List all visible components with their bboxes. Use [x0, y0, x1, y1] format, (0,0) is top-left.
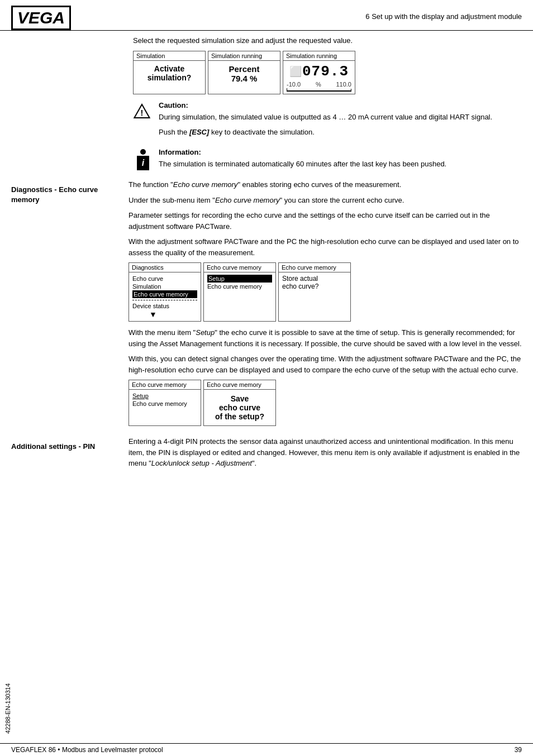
additional-pin-content: Entering a 4-digit PIN protects the sens… [129, 436, 522, 473]
display-unit: -10.0 % 110.0 [287, 81, 351, 88]
echo-panel-2-body: Save echo curve of the setup? [204, 390, 275, 425]
doc-ref: 42288-EN-130314 [4, 683, 11, 734]
sim-panel-2-header: Simulation running [208, 51, 280, 61]
echo-memory-item: Echo curve memory [132, 400, 197, 408]
diag-menu-item-2: Simulation [132, 283, 197, 290]
diag-panel-2-body: Setup Echo curve memory [204, 272, 275, 293]
intro-text: Select the requested simulation size and… [133, 35, 522, 46]
logo-area: VEGA [11, 6, 78, 30]
footer-right: 39 [515, 746, 522, 754]
vega-logo: VEGA [11, 6, 71, 30]
diagnostics-content: The function "Echo curve memory" enables… [129, 179, 522, 432]
echo-panel-2-header: Echo curve memory [204, 380, 275, 390]
left-column [11, 35, 129, 179]
sim-panel-1-body: Activate simulation? [134, 61, 205, 85]
sim-panel-2-body: Percent 79.4 % [208, 61, 280, 87]
diag-menu-item-3: Echo curve memory [132, 290, 197, 298]
diag-panel-3-body: Store actual echo curve? [279, 272, 350, 293]
para-after-diag2: With this, you can detect signal changes… [129, 353, 522, 375]
svg-text:!: ! [141, 108, 144, 117]
sim-panel-2: Simulation running Percent 79.4 % [208, 51, 280, 94]
diag-panel-2-echo: Echo curve memory [207, 283, 272, 290]
echo-panel-1-body: Setup Echo curve memory [129, 390, 201, 410]
diag-panel-1: Diagnostics Echo curve Simulation Echo c… [129, 262, 201, 322]
sim-panel-3-body: ⬜079.3 -10.0 % 110.0 [283, 61, 355, 94]
simulation-panels: Simulation Activate simulation? Simulati… [133, 51, 522, 94]
diag-panel-1-header: Diagnostics [129, 263, 201, 272]
info-text: The simulation is terminated automatical… [159, 159, 522, 170]
echo-panel-1-header: Echo curve memory [129, 380, 201, 390]
diag-panel-2-header: Echo curve memory [204, 263, 275, 272]
diag-panel-1-body: Echo curve Simulation Echo curve memory … [129, 272, 201, 321]
diag-menu-item-1: Echo curve [132, 275, 197, 283]
info-dot [140, 149, 146, 155]
pin-text: Entering a 4-digit PIN protects the sens… [129, 436, 522, 469]
info-section: i Information: The simulation is termina… [133, 148, 522, 174]
main-content: Select the requested simulation size and… [0, 35, 533, 179]
echo-panel-2: Echo curve memory Save echo curve of the… [203, 380, 276, 426]
page-header: VEGA 6 Set up with the display and adjus… [0, 0, 533, 31]
display-value: ⬜079.3 [287, 63, 351, 80]
warning-triangle-icon: ! [133, 102, 151, 120]
para-after-diag1: With the menu item "Setup" the echo curv… [129, 327, 522, 349]
diagnostics-label: Diagnostics - Echo curve memory [11, 179, 129, 432]
diag-para4: With the adjustment software PACTware an… [129, 236, 522, 258]
diag-para2: Under the sub-menu item "Echo curve memo… [129, 195, 522, 206]
info-icon-area: i [133, 149, 153, 174]
diag-panel-2: Echo curve memory Setup Echo curve memor… [203, 262, 276, 322]
diag-panel-3: Echo curve memory Store actual echo curv… [278, 262, 351, 322]
page-footer: VEGAFLEX 86 • Modbus and Levelmaster pro… [0, 743, 533, 756]
sim-panel-1-header: Simulation [134, 51, 205, 61]
echo-panels: Echo curve memory Setup Echo curve memor… [129, 380, 522, 426]
footer-left: VEGAFLEX 86 • Modbus and Levelmaster pro… [11, 746, 163, 754]
caution-text2: Push the [ESC] key to deactivate the sim… [159, 127, 522, 138]
info-title: Information: [159, 148, 522, 156]
additional-pin-row: Additional settings - PIN Entering a 4-d… [0, 436, 533, 473]
info-i-icon: i [137, 156, 149, 170]
diag-para3: Parameter settings for recording the ech… [129, 210, 522, 232]
diag-panel-2-setup: Setup [207, 275, 272, 283]
caution-text1: During simulation, the simulated value i… [159, 112, 522, 123]
caution-content: Caution: During simulation, the simulate… [159, 101, 522, 142]
diag-para1: The function "Echo curve memory" enables… [129, 179, 522, 190]
caution-section: ! Caution: During simulation, the simula… [133, 101, 522, 142]
diag-panels: Diagnostics Echo curve Simulation Echo c… [129, 262, 522, 322]
sim-panel-3: Simulation running ⬜079.3 -10.0 % 110.0 [283, 51, 355, 94]
diag-menu-item-4: Device status [132, 302, 169, 310]
caution-icon: ! [133, 102, 153, 142]
sim-panel-3-header: Simulation running [283, 51, 355, 61]
sim-panel-1: Simulation Activate simulation? [133, 51, 206, 94]
additional-pin-label: Additional settings - PIN [11, 436, 129, 473]
echo-setup-item: Setup [132, 392, 197, 400]
echo-panel-1: Echo curve memory Setup Echo curve memor… [129, 380, 201, 426]
info-content: Information: The simulation is terminate… [159, 148, 522, 174]
chapter-title: 6 Set up with the display and adjustment… [78, 12, 522, 24]
diagnostics-section-row: Diagnostics - Echo curve memory The func… [0, 179, 533, 432]
pin-section-label: Additional settings - PIN [11, 442, 123, 452]
caution-title: Caution: [159, 101, 522, 109]
right-column: Select the requested simulation size and… [129, 35, 522, 179]
diag-panel-3-header: Echo curve memory [279, 263, 350, 272]
